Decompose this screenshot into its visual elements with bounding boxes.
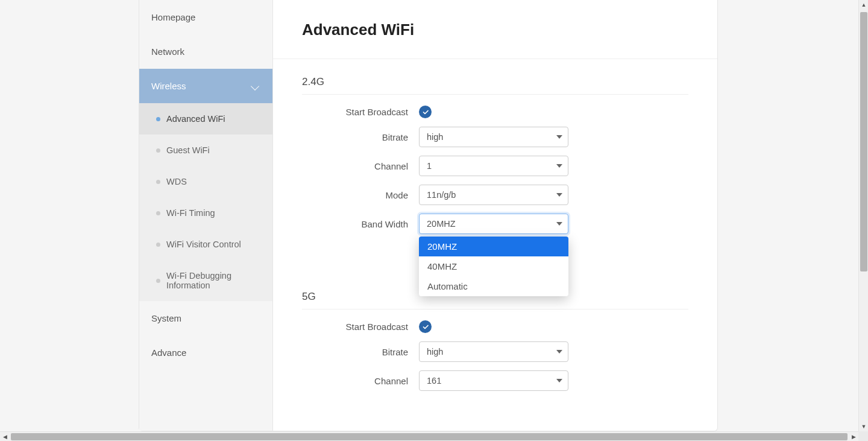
vertical-scrollbar[interactable]: ▲ ▼ — [858, 0, 868, 431]
scroll-right-arrow-icon[interactable]: ▶ — [849, 432, 858, 441]
select-bandwidth-24g[interactable]: 20MHZ — [419, 214, 568, 234]
sidebar-item-label: Homepage — [151, 12, 195, 22]
check-icon — [422, 323, 429, 331]
section-5g: 5G Start Broadcast Bitrate high — [273, 291, 717, 405]
check-icon — [422, 109, 429, 116]
row-bitrate-24g: Bitrate high — [302, 127, 688, 147]
row-start-broadcast-5g: Start Broadcast — [302, 320, 688, 333]
select-bitrate-5g[interactable]: high — [419, 341, 568, 362]
select-bitrate-24g[interactable]: high — [419, 127, 568, 147]
sidebar-subitem-label: Wi-Fi Debugging Information — [166, 271, 266, 290]
scrollbar-corner — [858, 431, 868, 441]
sidebar-subitem-guest-wifi[interactable]: Guest WiFi — [139, 135, 272, 166]
row-bitrate-5g: Bitrate high — [302, 341, 688, 362]
select-channel-24g[interactable]: 1 — [419, 156, 568, 176]
sidebar-item-label: Advance — [151, 347, 186, 358]
sidebar-item-label: Network — [151, 46, 184, 57]
label-channel: Channel — [302, 161, 419, 171]
bullet-icon — [156, 243, 160, 247]
label-channel: Channel — [302, 376, 419, 386]
row-bandwidth-24g: Band Width 20MHZ 20MHZ 40MHZ Automatic — [302, 214, 688, 234]
bullet-icon — [156, 148, 160, 153]
toggle-start-broadcast-24g[interactable] — [419, 106, 432, 118]
select-channel-5g[interactable]: 161 — [419, 370, 568, 391]
dropdown-bandwidth-24g: 20MHZ 40MHZ Automatic — [419, 236, 568, 296]
toggle-start-broadcast-5g[interactable] — [419, 320, 432, 333]
sidebar-subitem-label: Advanced WiFi — [166, 114, 225, 124]
app-container: Homepage Network Wireless Advanced WiFi — [139, 0, 718, 431]
sidebar-subitem-label: Wi-Fi Timing — [166, 208, 215, 218]
dropdown-option[interactable]: 20MHZ — [419, 236, 568, 256]
row-channel-24g: Channel 1 — [302, 156, 688, 176]
select-mode-24g[interactable]: 11n/g/b — [419, 185, 568, 205]
chevron-down-icon — [251, 81, 259, 90]
sidebar-subitem-label: WiFi Visitor Control — [166, 240, 241, 249]
label-bitrate: Bitrate — [302, 132, 419, 142]
row-start-broadcast-24g: Start Broadcast — [302, 106, 688, 118]
scroll-left-arrow-icon[interactable]: ◀ — [0, 432, 10, 441]
sidebar-subitem-wifi-visitor-control[interactable]: WiFi Visitor Control — [139, 229, 272, 260]
sidebar-item-network[interactable]: Network — [139, 34, 272, 69]
sidebar-item-system[interactable]: System — [139, 301, 272, 335]
bullet-icon — [156, 117, 160, 121]
vertical-scroll-thumb[interactable] — [860, 12, 867, 271]
scroll-up-arrow-icon[interactable]: ▲ — [859, 0, 868, 10]
sidebar-item-label: Wireless — [151, 81, 186, 91]
bullet-icon — [156, 279, 160, 283]
label-bitrate: Bitrate — [302, 347, 419, 357]
bullet-icon — [156, 211, 160, 215]
sidebar-item-advance[interactable]: Advance — [139, 335, 272, 370]
label-bandwidth: Band Width — [302, 219, 419, 229]
row-channel-5g: Channel 161 — [302, 370, 688, 391]
section-2-4g: 2.4G Start Broadcast Bitrate high — [273, 59, 717, 291]
dropdown-option[interactable]: 40MHZ — [419, 256, 568, 276]
sidebar-subitem-wifi-timing[interactable]: Wi-Fi Timing — [139, 197, 272, 229]
main-content: Advanced WiFi 2.4G Start Broadcast Bitra… — [273, 0, 717, 431]
label-start-broadcast: Start Broadcast — [302, 322, 419, 332]
sidebar-subitem-label: WDS — [166, 177, 187, 186]
horizontal-scrollbar[interactable]: ◀ ▶ — [0, 431, 858, 441]
sidebar-item-label: System — [151, 313, 181, 323]
section-title: 2.4G — [302, 76, 688, 95]
sidebar-subitem-wifi-debugging-information[interactable]: Wi-Fi Debugging Information — [139, 260, 272, 301]
dropdown-option[interactable]: Automatic — [419, 276, 568, 296]
horizontal-scroll-thumb[interactable] — [11, 433, 848, 440]
sidebar: Homepage Network Wireless Advanced WiFi — [139, 0, 273, 431]
sidebar-item-wireless[interactable]: Wireless — [139, 69, 272, 103]
label-mode: Mode — [302, 190, 419, 200]
sidebar-subitem-advanced-wifi[interactable]: Advanced WiFi — [139, 103, 272, 135]
row-mode-24g: Mode 11n/g/b — [302, 185, 688, 205]
page-title: Advanced WiFi — [273, 0, 717, 59]
sidebar-subitem-label: Guest WiFi — [166, 145, 210, 155]
bullet-icon — [156, 180, 160, 184]
label-start-broadcast: Start Broadcast — [302, 107, 419, 117]
sidebar-submenu-wireless: Advanced WiFi Guest WiFi WDS Wi-Fi Timin… — [139, 103, 272, 301]
sidebar-subitem-wds[interactable]: WDS — [139, 166, 272, 197]
sidebar-item-homepage[interactable]: Homepage — [139, 0, 272, 34]
scroll-down-arrow-icon[interactable]: ▼ — [859, 422, 868, 431]
